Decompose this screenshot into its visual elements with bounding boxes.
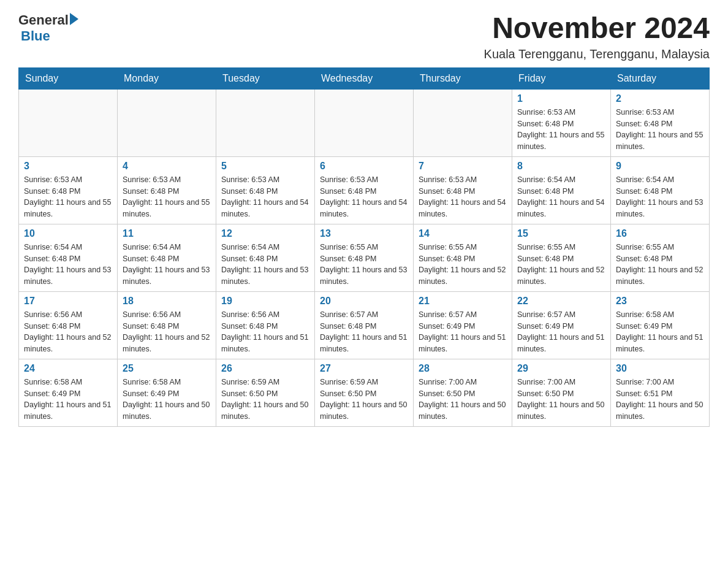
calendar-cell (216, 89, 315, 156)
calendar-cell: 19Sunrise: 6:56 AMSunset: 6:48 PMDayligh… (216, 291, 315, 359)
weekday-header-friday: Friday (512, 67, 611, 89)
day-number: 17 (24, 296, 112, 307)
calendar-cell: 8Sunrise: 6:54 AMSunset: 6:48 PMDaylight… (512, 156, 611, 224)
calendar-cell: 20Sunrise: 6:57 AMSunset: 6:48 PMDayligh… (315, 291, 414, 359)
day-number: 16 (616, 228, 704, 239)
calendar-cell: 14Sunrise: 6:55 AMSunset: 6:48 PMDayligh… (414, 224, 512, 291)
day-info: Sunrise: 7:00 AMSunset: 6:50 PMDaylight:… (517, 377, 605, 423)
calendar-cell: 17Sunrise: 6:56 AMSunset: 6:48 PMDayligh… (19, 291, 118, 359)
logo-general-text: General (18, 12, 69, 28)
calendar-cell: 11Sunrise: 6:54 AMSunset: 6:48 PMDayligh… (118, 224, 216, 291)
day-info: Sunrise: 7:00 AMSunset: 6:50 PMDaylight:… (419, 377, 507, 423)
calendar-week-row: 24Sunrise: 6:58 AMSunset: 6:49 PMDayligh… (19, 359, 710, 426)
calendar-cell: 7Sunrise: 6:53 AMSunset: 6:48 PMDaylight… (414, 156, 512, 224)
day-number: 4 (123, 161, 211, 172)
day-info: Sunrise: 6:59 AMSunset: 6:50 PMDaylight:… (320, 377, 408, 423)
day-number: 1 (517, 93, 605, 104)
page-title: November 2024 (484, 12, 710, 45)
day-info: Sunrise: 6:58 AMSunset: 6:49 PMDaylight:… (24, 377, 112, 423)
day-number: 8 (517, 161, 605, 172)
day-number: 28 (419, 363, 507, 374)
calendar-header-row: SundayMondayTuesdayWednesdayThursdayFrid… (19, 67, 710, 89)
calendar-cell: 15Sunrise: 6:55 AMSunset: 6:48 PMDayligh… (512, 224, 611, 291)
day-number: 25 (123, 363, 211, 374)
weekday-header-thursday: Thursday (414, 67, 512, 89)
weekday-header-monday: Monday (118, 67, 216, 89)
header-area: General Blue November 2024 Kuala Terengg… (18, 12, 710, 61)
calendar-cell: 9Sunrise: 6:54 AMSunset: 6:48 PMDaylight… (611, 156, 710, 224)
day-info: Sunrise: 6:55 AMSunset: 6:48 PMDaylight:… (517, 242, 605, 288)
calendar-cell: 24Sunrise: 6:58 AMSunset: 6:49 PMDayligh… (19, 359, 118, 426)
day-number: 14 (419, 228, 507, 239)
calendar-cell: 16Sunrise: 6:55 AMSunset: 6:48 PMDayligh… (611, 224, 710, 291)
day-number: 5 (221, 161, 309, 172)
calendar-week-row: 10Sunrise: 6:54 AMSunset: 6:48 PMDayligh… (19, 224, 710, 291)
calendar-cell: 2Sunrise: 6:53 AMSunset: 6:48 PMDaylight… (611, 89, 710, 156)
calendar-table: SundayMondayTuesdayWednesdayThursdayFrid… (18, 67, 710, 427)
day-info: Sunrise: 6:57 AMSunset: 6:49 PMDaylight:… (419, 309, 507, 355)
calendar-cell: 26Sunrise: 6:59 AMSunset: 6:50 PMDayligh… (216, 359, 315, 426)
logo-arrow-icon (70, 13, 78, 25)
day-number: 10 (24, 228, 112, 239)
day-number: 2 (616, 93, 704, 104)
day-info: Sunrise: 6:54 AMSunset: 6:48 PMDaylight:… (221, 242, 309, 288)
day-info: Sunrise: 6:54 AMSunset: 6:48 PMDaylight:… (123, 242, 211, 288)
day-info: Sunrise: 6:53 AMSunset: 6:48 PMDaylight:… (616, 107, 704, 153)
calendar-cell: 3Sunrise: 6:53 AMSunset: 6:48 PMDaylight… (19, 156, 118, 224)
day-info: Sunrise: 6:56 AMSunset: 6:48 PMDaylight:… (123, 309, 211, 355)
calendar-week-row: 1Sunrise: 6:53 AMSunset: 6:48 PMDaylight… (19, 89, 710, 156)
calendar-cell: 22Sunrise: 6:57 AMSunset: 6:49 PMDayligh… (512, 291, 611, 359)
day-number: 12 (221, 228, 309, 239)
day-number: 3 (24, 161, 112, 172)
calendar-cell: 23Sunrise: 6:58 AMSunset: 6:49 PMDayligh… (611, 291, 710, 359)
day-info: Sunrise: 6:55 AMSunset: 6:48 PMDaylight:… (616, 242, 704, 288)
day-info: Sunrise: 6:54 AMSunset: 6:48 PMDaylight:… (24, 242, 112, 288)
calendar-cell: 30Sunrise: 7:00 AMSunset: 6:51 PMDayligh… (611, 359, 710, 426)
weekday-header-saturday: Saturday (611, 67, 710, 89)
calendar-cell: 5Sunrise: 6:53 AMSunset: 6:48 PMDaylight… (216, 156, 315, 224)
weekday-header-sunday: Sunday (19, 67, 118, 89)
calendar-cell: 27Sunrise: 6:59 AMSunset: 6:50 PMDayligh… (315, 359, 414, 426)
calendar-cell: 1Sunrise: 6:53 AMSunset: 6:48 PMDaylight… (512, 89, 611, 156)
day-number: 21 (419, 296, 507, 307)
day-info: Sunrise: 7:00 AMSunset: 6:51 PMDaylight:… (616, 377, 704, 423)
day-info: Sunrise: 6:56 AMSunset: 6:48 PMDaylight:… (24, 309, 112, 355)
calendar-cell: 28Sunrise: 7:00 AMSunset: 6:50 PMDayligh… (414, 359, 512, 426)
weekday-header-tuesday: Tuesday (216, 67, 315, 89)
day-info: Sunrise: 6:53 AMSunset: 6:48 PMDaylight:… (123, 174, 211, 220)
day-info: Sunrise: 6:55 AMSunset: 6:48 PMDaylight:… (320, 242, 408, 288)
calendar-week-row: 17Sunrise: 6:56 AMSunset: 6:48 PMDayligh… (19, 291, 710, 359)
calendar-cell (315, 89, 414, 156)
day-info: Sunrise: 6:54 AMSunset: 6:48 PMDaylight:… (517, 174, 605, 220)
day-number: 9 (616, 161, 704, 172)
calendar-cell: 12Sunrise: 6:54 AMSunset: 6:48 PMDayligh… (216, 224, 315, 291)
title-area: November 2024 Kuala Terengganu, Terengga… (484, 12, 710, 61)
calendar-cell: 29Sunrise: 7:00 AMSunset: 6:50 PMDayligh… (512, 359, 611, 426)
day-number: 29 (517, 363, 605, 374)
day-info: Sunrise: 6:56 AMSunset: 6:48 PMDaylight:… (221, 309, 309, 355)
day-number: 6 (320, 161, 408, 172)
day-info: Sunrise: 6:58 AMSunset: 6:49 PMDaylight:… (616, 309, 704, 355)
calendar-cell: 4Sunrise: 6:53 AMSunset: 6:48 PMDaylight… (118, 156, 216, 224)
calendar-cell: 6Sunrise: 6:53 AMSunset: 6:48 PMDaylight… (315, 156, 414, 224)
logo-blue-text: Blue (21, 28, 50, 44)
day-number: 23 (616, 296, 704, 307)
day-info: Sunrise: 6:54 AMSunset: 6:48 PMDaylight:… (616, 174, 704, 220)
day-info: Sunrise: 6:58 AMSunset: 6:49 PMDaylight:… (123, 377, 211, 423)
day-number: 27 (320, 363, 408, 374)
day-number: 22 (517, 296, 605, 307)
day-number: 19 (221, 296, 309, 307)
calendar-cell: 18Sunrise: 6:56 AMSunset: 6:48 PMDayligh… (118, 291, 216, 359)
day-number: 20 (320, 296, 408, 307)
weekday-header-wednesday: Wednesday (315, 67, 414, 89)
day-number: 15 (517, 228, 605, 239)
day-info: Sunrise: 6:57 AMSunset: 6:48 PMDaylight:… (320, 309, 408, 355)
logo: General Blue (18, 12, 78, 44)
page-subtitle: Kuala Terengganu, Terengganu, Malaysia (484, 47, 710, 61)
calendar-cell: 10Sunrise: 6:54 AMSunset: 6:48 PMDayligh… (19, 224, 118, 291)
calendar-cell (19, 89, 118, 156)
day-number: 26 (221, 363, 309, 374)
day-info: Sunrise: 6:53 AMSunset: 6:48 PMDaylight:… (419, 174, 507, 220)
day-info: Sunrise: 6:53 AMSunset: 6:48 PMDaylight:… (221, 174, 309, 220)
calendar-cell (414, 89, 512, 156)
